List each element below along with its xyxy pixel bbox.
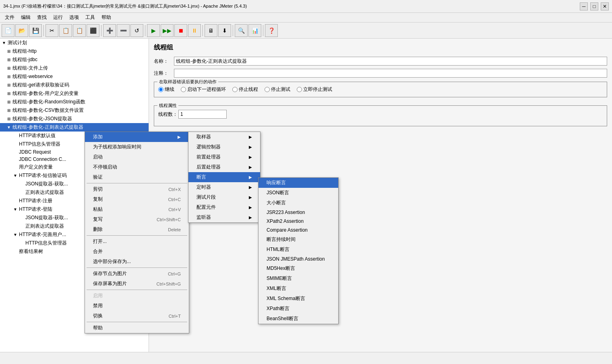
ctx-add-config[interactable]: 配置元件 ▶ xyxy=(188,202,260,212)
ctx-toggle[interactable]: 切换 Ctrl+T xyxy=(85,311,189,321)
ctx-add-sampler-label: 取样器 xyxy=(196,134,211,140)
ctx-save-node-img-label: 保存节点为图片 xyxy=(93,270,127,277)
ctx-start[interactable]: 启动 xyxy=(85,152,189,162)
ctx-merge-label: 合并 xyxy=(93,248,103,255)
context-menu-add: 取样器 ▶ 逻辑控制器 ▶ 前置处理器 ▶ 后置处理器 ▶ 断言 ▶ 定时器 ▶… xyxy=(188,132,261,223)
ctx-paste-shortcut: Ctrl+V xyxy=(168,207,181,212)
ctx-start-nopause[interactable]: 不停顿启动 xyxy=(85,162,189,172)
ctx-json-assertion-label: JSON断言 xyxy=(267,189,289,196)
ctx-add-assertion-label: 断言 xyxy=(196,174,206,181)
ctx-add-assertion-arrow: ▶ xyxy=(249,175,252,179)
ctx-add-listener[interactable]: 监听器 ▶ xyxy=(188,212,260,222)
ctx-add-response-time[interactable]: 为子线程添加响应时间 xyxy=(85,142,189,152)
ctx-start-nopause-label: 不停顿启动 xyxy=(93,164,117,171)
ctx-add-config-label: 配置元件 xyxy=(196,204,216,211)
ctx-disable[interactable]: 禁用 xyxy=(85,301,189,311)
ctx-add-assertion[interactable]: 断言 ▶ xyxy=(188,172,260,182)
ctx-xml-assertion[interactable]: XML断言 xyxy=(258,284,338,294)
ctx-add-arrow: ▶ xyxy=(178,135,181,139)
ctx-copy-shortcut: Ctrl+C xyxy=(168,197,181,202)
ctx-add-pre-arrow: ▶ xyxy=(249,155,252,159)
ctx-add-pre-label: 前置处理器 xyxy=(196,154,221,160)
ctx-add-fragment-label: 测试片段 xyxy=(196,194,216,201)
context-menu-assertion: 响应断言 JSON断言 大小断言 JSR223 Assertion XPath2… xyxy=(258,177,339,324)
ctx-help-label: 帮助 xyxy=(93,325,103,331)
ctx-sep5 xyxy=(87,322,187,322)
ctx-sep4 xyxy=(87,290,187,290)
ctx-save-screen-img-label: 保存屏幕为图片 xyxy=(93,280,127,287)
ctx-duplicate[interactable]: 复写 Ctrl+Shift+C xyxy=(85,214,189,224)
ctx-html-assertion[interactable]: HTML断言 xyxy=(258,245,338,255)
ctx-enable: 启用 xyxy=(85,291,189,301)
ctx-paste[interactable]: 粘贴 Ctrl+V xyxy=(85,204,189,214)
ctx-xmlschema-assertion[interactable]: XML Schema断言 xyxy=(258,294,338,304)
ctx-add[interactable]: 添加 ▶ xyxy=(85,132,189,142)
ctx-merge[interactable]: 合并 xyxy=(85,247,189,257)
context-menu-main: 添加 ▶ 为子线程添加响应时间 启动 不停顿启动 验证 剪切 Ctrl+X 复制… xyxy=(85,132,189,333)
ctx-add-config-arrow: ▶ xyxy=(249,205,252,210)
ctx-delete[interactable]: 删除 Delete xyxy=(85,224,189,234)
ctx-xml-assertion-label: XML断言 xyxy=(267,285,286,292)
ctx-add-logic[interactable]: 逻辑控制器 ▶ xyxy=(188,142,260,152)
ctx-compare-assertion[interactable]: Compare Assertion xyxy=(258,226,338,234)
ctx-open-label: 打开... xyxy=(93,238,107,245)
ctx-add-listener-arrow: ▶ xyxy=(249,215,252,220)
ctx-xpath-assertion[interactable]: XPath断言 xyxy=(258,304,338,314)
ctx-json-assertion[interactable]: JSON断言 xyxy=(258,188,338,198)
ctx-add-fragment-arrow: ▶ xyxy=(249,195,252,199)
ctx-validate[interactable]: 验证 xyxy=(85,172,189,182)
ctx-save-node-img-shortcut: Ctrl+G xyxy=(168,271,181,276)
ctx-jmespath-assertion-label: JSON JMESPath Assertion xyxy=(267,256,325,262)
ctx-jmespath-assertion[interactable]: JSON JMESPath Assertion xyxy=(258,255,338,263)
ctx-smime-assertion-label: SMIME断言 xyxy=(267,275,292,282)
ctx-validate-label: 验证 xyxy=(93,174,103,181)
ctx-beanshell-assertion-label: BeanShell断言 xyxy=(267,315,298,322)
ctx-save-screen-img-shortcut: Ctrl+Shift+G xyxy=(156,282,181,286)
ctx-add-post-label: 后置处理器 xyxy=(196,164,221,171)
ctx-jsr223-assertion-label: JSR223 Assertion xyxy=(267,210,305,215)
ctx-add-logic-arrow: ▶ xyxy=(249,145,252,149)
ctx-cut[interactable]: 剪切 Ctrl+X xyxy=(85,184,189,194)
ctx-xmlschema-assertion-label: XML Schema断言 xyxy=(267,295,305,302)
ctx-duration-assertion[interactable]: 断言持续时间 xyxy=(258,234,338,245)
ctx-delete-shortcut: Delete xyxy=(168,227,181,232)
ctx-sep2 xyxy=(87,235,187,236)
ctx-xpath-assertion-label: XPath断言 xyxy=(267,305,289,312)
ctx-copy-label: 复制 xyxy=(93,196,103,203)
ctx-save-selection-label: 选中部分保存为... xyxy=(93,258,131,265)
ctx-add-label: 添加 xyxy=(93,134,103,140)
ctx-jsr223-assertion[interactable]: JSR223 Assertion xyxy=(258,208,338,217)
ctx-sep1 xyxy=(87,183,187,183)
ctx-size-assertion[interactable]: 大小断言 xyxy=(258,198,338,208)
ctx-duplicate-label: 复写 xyxy=(93,216,103,223)
ctx-add-fragment[interactable]: 测试片段 ▶ xyxy=(188,192,260,202)
ctx-response-assertion[interactable]: 响应断言 xyxy=(258,178,338,188)
ctx-add-response-time-label: 为子线程添加响应时间 xyxy=(93,144,141,150)
ctx-add-timer-arrow: ▶ xyxy=(249,185,252,189)
ctx-delete-label: 删除 xyxy=(93,226,103,233)
ctx-beanshell-assertion[interactable]: BeanShell断言 xyxy=(258,314,338,324)
ctx-md5hex-assertion[interactable]: MD5Hex断言 xyxy=(258,263,338,274)
ctx-duplicate-shortcut: Ctrl+Shift+C xyxy=(157,217,181,222)
ctx-add-timer[interactable]: 定时器 ▶ xyxy=(188,182,260,192)
ctx-save-node-img[interactable]: 保存节点为图片 Ctrl+G xyxy=(85,269,189,279)
ctx-html-assertion-label: HTML断言 xyxy=(267,246,289,253)
ctx-open[interactable]: 打开... xyxy=(85,236,189,247)
ctx-help[interactable]: 帮助 xyxy=(85,323,189,333)
ctx-add-logic-label: 逻辑控制器 xyxy=(196,144,221,150)
ctx-add-sampler-arrow: ▶ xyxy=(249,135,252,139)
ctx-response-assertion-label: 响应断言 xyxy=(267,179,286,186)
ctx-xpath2-assertion-label: XPath2 Assertion xyxy=(267,218,304,224)
ctx-add-listener-label: 监听器 xyxy=(196,214,211,221)
ctx-copy[interactable]: 复制 Ctrl+C xyxy=(85,194,189,204)
ctx-xpath2-assertion[interactable]: XPath2 Assertion xyxy=(258,217,338,226)
ctx-add-pre[interactable]: 前置处理器 ▶ xyxy=(188,152,260,162)
ctx-save-screen-img[interactable]: 保存屏幕为图片 Ctrl+Shift+G xyxy=(85,279,189,289)
ctx-add-post[interactable]: 后置处理器 ▶ xyxy=(188,162,260,172)
ctx-smime-assertion[interactable]: SMIME断言 xyxy=(258,274,338,284)
ctx-paste-label: 粘贴 xyxy=(93,206,103,213)
ctx-size-assertion-label: 大小断言 xyxy=(267,199,286,206)
ctx-compare-assertion-label: Compare Assertion xyxy=(267,227,308,233)
ctx-add-sampler[interactable]: 取样器 ▶ xyxy=(188,132,260,142)
ctx-save-selection[interactable]: 选中部分保存为... xyxy=(85,257,189,267)
